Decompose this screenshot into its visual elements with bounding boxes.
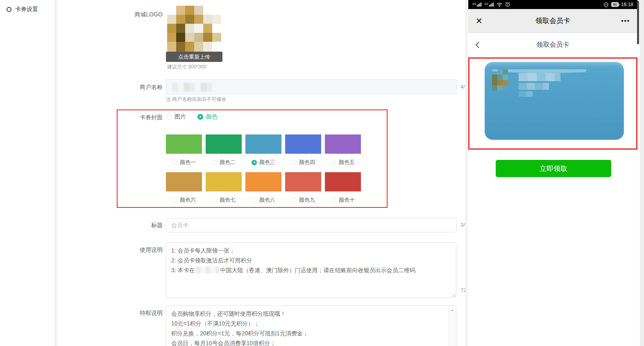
color-radio-6[interactable]: 颜色六 [166,196,202,204]
color-swatch-8[interactable] [245,172,281,191]
radio-unselected-icon[interactable] [252,198,257,203]
color-label-2: 颜色二 [220,159,236,166]
color-label-5: 颜色五 [339,159,355,166]
claim-now-button[interactable]: 立即领取 [496,160,611,177]
color-option-8: 颜色八 [245,172,281,204]
color-option-2: 颜色二 [206,134,242,166]
scroll-up-arrow-icon[interactable]: ▲ [449,307,456,314]
color-label-9: 颜色九 [299,196,315,204]
card-cover-label: 卡券封面 [105,114,163,121]
signal-2g-icon: 2G [484,2,493,7]
color-radio-5[interactable]: 颜色五 [325,159,361,166]
cover-option-image[interactable]: 图片 [166,113,186,121]
member-card-preview[interactable] [485,62,624,140]
reupload-button[interactable]: 点击重新上传 [166,52,222,62]
wechat-header-title: 领取会员卡 [468,16,637,25]
color-label-7: 颜色七 [220,196,236,204]
privilege-line-4: 会员日，每月10号会员消费享10倍积分； [171,338,444,346]
color-swatch-4[interactable] [285,134,321,154]
merchant-name-note: 注:商户名称添加后不可修改 [166,96,226,103]
color-swatch-6[interactable] [166,172,202,191]
radio-unselected-icon[interactable] [212,160,217,165]
cover-type-options: 图片 颜色 [166,113,218,121]
textarea-resize-handle[interactable] [451,293,455,297]
color-swatch-7[interactable] [206,172,242,191]
merchant-name-counter: 4/ [460,84,465,90]
page-scrollbar-thumb[interactable] [637,1,639,44]
color-option-5: 颜色五 [325,134,361,166]
sidebar-item-label: 卡券设置 [15,6,38,13]
logo-size-hint: 建议尺寸:300*300 [167,64,206,71]
logo-label: 商城LOGO [105,11,163,18]
color-label-1: 颜色一 [180,159,196,166]
radio-unselected-icon[interactable] [331,198,336,203]
cover-option-color[interactable]: 颜色 [197,113,218,121]
usage-line-2: 2: 会员卡领取激活后才可用积分 [171,255,451,265]
radio-unselected-icon[interactable] [212,198,217,203]
phone-status-bar: 4G 2G 96 [468,0,637,9]
color-swatch-2[interactable] [206,134,242,154]
phone-preview-panel: 4G 2G 96 [468,0,637,346]
censored-card-logo-and-text [492,69,586,109]
radio-unselected-icon[interactable] [166,114,172,120]
color-swatch-3[interactable] [245,134,281,154]
signal-4g-icon: 4G [472,2,481,7]
page-header-title: 领取会员卡 [468,41,637,49]
color-swatch-5[interactable] [325,134,361,154]
color-radio-2[interactable]: 颜色二 [206,159,242,166]
cover-option-color-label: 颜色 [206,113,218,121]
privilege-textarea[interactable]: 会员购物享积分，还可随时使用积分抵现哦！ 10元=1积分（不满10元无积分）； … [166,305,456,346]
usage-textarea[interactable]: 1: 会员卡每人限领一张； 2: 会员卡领取激活后才可用积分 3: 本卡在中国大… [166,242,456,298]
panel-divider [465,0,468,346]
radio-selected-icon[interactable] [252,160,257,165]
radio-unselected-icon[interactable] [291,198,297,203]
color-option-6: 颜色六 [166,172,202,204]
color-label-10: 颜色十 [339,196,355,204]
color-radio-4[interactable]: 颜色四 [285,159,321,166]
privilege-line-3: 积分兑换，20积分=1元，每20积分可抵扣1元消费金； [171,328,444,338]
usage-line-3-prefix: 3: 本卡在 [171,267,195,273]
merchant-name-label: 商户名称 [105,84,163,91]
color-swatch-10[interactable] [325,172,361,191]
color-label-4: 颜色四 [299,159,315,166]
color-swatch-1[interactable] [166,134,202,154]
privilege-line-2: 10元=1积分（不满10元无积分）； [171,319,444,328]
sidebar-item-card-settings[interactable]: 卡券设置 [0,0,54,13]
censored-brand-name [196,266,220,273]
color-option-4: 颜色四 [285,134,321,166]
wifi-icon [497,2,502,7]
usage-line-1: 1: 会员卡每人限领一张； [171,246,451,255]
more-menu-icon[interactable]: ••• [621,17,630,24]
color-swatch-row-1: 颜色一 颜色二 颜色三 颜色四 [166,134,361,166]
color-radio-1[interactable]: 颜色一 [166,159,202,166]
censored-merchant-name [172,83,218,91]
radio-unselected-icon[interactable] [331,160,336,165]
merchant-name-input[interactable] [166,79,457,94]
cover-option-image-label: 图片 [175,113,186,121]
status-time: 16:18 [621,2,633,7]
color-radio-10[interactable]: 颜色十 [325,196,361,204]
color-radio-7[interactable]: 颜色七 [206,196,242,204]
radio-circle-icon [7,7,11,12]
sidebar: 卡券设置 [0,0,54,346]
color-swatch-9[interactable] [285,172,321,191]
alarm-clock-icon [505,2,510,7]
color-option-1: 颜色一 [166,134,202,166]
radio-unselected-icon[interactable] [172,198,177,203]
color-radio-9[interactable]: 颜色九 [285,196,321,204]
usage-line-3-suffix: 中国大陆（香港、澳门除外）门店使用；请在结账前向收银员出示会员二维码 [220,267,415,273]
textarea-scrollbar[interactable]: ▲ [449,306,456,346]
color-option-10: 颜色十 [325,172,361,204]
color-radio-3[interactable]: 颜色三 [245,159,281,166]
title-input[interactable]: 会员卡 [166,218,457,232]
color-radio-8[interactable]: 颜色八 [245,196,281,204]
vibrate-icon [603,2,609,7]
page-scrollbar-track[interactable] [640,0,644,346]
title-counter: 3/ [460,222,465,228]
radio-selected-icon[interactable] [197,114,203,120]
network-2g-label: 2G [484,2,488,5]
logo-uploader[interactable]: 点击重新上传 [167,6,221,62]
radio-unselected-icon[interactable] [291,160,297,165]
color-label-8: 颜色八 [259,196,275,204]
radio-unselected-icon[interactable] [172,160,177,165]
